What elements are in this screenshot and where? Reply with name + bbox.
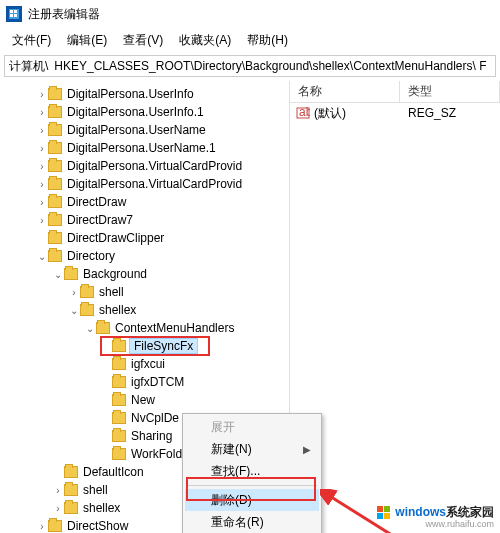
- menu-separator: [187, 485, 317, 486]
- tree-item[interactable]: ›DirectDraw7: [0, 211, 289, 229]
- address-path: HKEY_CLASSES_ROOT\Directory\Background\s…: [52, 59, 495, 73]
- tree-item-label: DigitalPersona.UserInfo.1: [65, 105, 206, 119]
- svg-text:ab: ab: [299, 106, 310, 119]
- tree-item-label: shell: [81, 483, 110, 497]
- context-menu-item: 展开: [185, 416, 319, 438]
- folder-icon: [112, 430, 126, 442]
- tree-item-label: shell: [97, 285, 126, 299]
- tree-item-label: DigitalPersona.VirtualCardProvid: [65, 177, 244, 191]
- folder-icon: [112, 340, 126, 352]
- folder-icon: [112, 448, 126, 460]
- tree-item-label: DefaultIcon: [81, 465, 146, 479]
- folder-icon: [48, 520, 62, 532]
- expand-toggle-icon[interactable]: ›: [36, 197, 48, 208]
- folder-icon: [48, 106, 62, 118]
- menu-edit[interactable]: 编辑(E): [61, 30, 113, 51]
- tree-item[interactable]: ⌄Background: [0, 265, 289, 283]
- tree-item-label: igfxDTCM: [129, 375, 186, 389]
- tree-item[interactable]: ›DigitalPersona.UserName: [0, 121, 289, 139]
- svg-rect-9: [384, 506, 390, 512]
- expand-toggle-icon[interactable]: ›: [52, 503, 64, 514]
- expand-toggle-icon[interactable]: ⌄: [52, 269, 64, 280]
- tree-item[interactable]: ›DigitalPersona.UserInfo.1: [0, 103, 289, 121]
- folder-icon: [96, 322, 110, 334]
- expand-toggle-icon[interactable]: ⌄: [68, 305, 80, 316]
- expand-toggle-icon[interactable]: ⌄: [36, 251, 48, 262]
- col-header-type[interactable]: 类型: [400, 81, 500, 102]
- tree-item[interactable]: ›DirectDraw: [0, 193, 289, 211]
- tree-item-label: FileSyncFx: [129, 338, 198, 354]
- context-menu-item[interactable]: 重命名(R): [185, 511, 319, 533]
- menubar: 文件(F) 编辑(E) 查看(V) 收藏夹(A) 帮助(H): [0, 28, 500, 53]
- folder-icon: [112, 412, 126, 424]
- context-menu-item[interactable]: 新建(N)▶: [185, 438, 319, 460]
- window-title: 注册表编辑器: [28, 6, 100, 23]
- flag-icon: [377, 505, 391, 520]
- tree-item-label: shellex: [97, 303, 138, 317]
- svg-rect-11: [384, 513, 390, 519]
- tree-item[interactable]: ⌄ContextMenuHandlers: [0, 319, 289, 337]
- tree-item[interactable]: ›shell: [0, 283, 289, 301]
- tree-item[interactable]: ›DigitalPersona.UserName.1: [0, 139, 289, 157]
- folder-icon: [64, 268, 78, 280]
- folder-icon: [48, 178, 62, 190]
- titlebar: 注册表编辑器: [0, 0, 500, 28]
- tree-item[interactable]: ⌄Directory: [0, 247, 289, 265]
- folder-icon: [80, 286, 94, 298]
- tree-item-label: New: [129, 393, 157, 407]
- expand-toggle-icon[interactable]: ›: [36, 521, 48, 532]
- tree-item-label: DirectDraw: [65, 195, 128, 209]
- submenu-arrow-icon: ▶: [303, 444, 311, 455]
- tree-item[interactable]: FileSyncFx: [0, 337, 289, 355]
- expand-toggle-icon[interactable]: ›: [36, 89, 48, 100]
- tree-item[interactable]: New: [0, 391, 289, 409]
- folder-icon: [64, 502, 78, 514]
- tree-item-label: Directory: [65, 249, 117, 263]
- folder-icon: [64, 466, 78, 478]
- watermark-brand-a: windows: [395, 505, 446, 519]
- context-menu-item[interactable]: 删除(D): [185, 489, 319, 511]
- folder-icon: [80, 304, 94, 316]
- context-menu-item[interactable]: 查找(F)...: [185, 460, 319, 482]
- value-type: REG_SZ: [408, 106, 456, 120]
- tree-item[interactable]: ⌄shellex: [0, 301, 289, 319]
- menu-view[interactable]: 查看(V): [117, 30, 169, 51]
- menu-help[interactable]: 帮助(H): [241, 30, 294, 51]
- folder-icon: [48, 250, 62, 262]
- tree-item[interactable]: ›DigitalPersona.VirtualCardProvid: [0, 157, 289, 175]
- folder-icon: [48, 124, 62, 136]
- tree-item-label: DigitalPersona.UserName.1: [65, 141, 218, 155]
- tree-item-label: DirectShow: [65, 519, 130, 533]
- folder-icon: [64, 484, 78, 496]
- tree-item[interactable]: igfxcui: [0, 355, 289, 373]
- tree-item-label: shellex: [81, 501, 122, 515]
- svg-rect-2: [14, 10, 17, 13]
- address-bar[interactable]: 计算机\ HKEY_CLASSES_ROOT\Directory\Backgro…: [4, 55, 496, 77]
- expand-toggle-icon[interactable]: ›: [68, 287, 80, 298]
- expand-toggle-icon[interactable]: ›: [36, 143, 48, 154]
- tree-item-label: Background: [81, 267, 149, 281]
- svg-rect-10: [377, 513, 383, 519]
- tree-item[interactable]: ›DigitalPersona.UserInfo: [0, 85, 289, 103]
- folder-icon: [112, 394, 126, 406]
- svg-rect-8: [377, 506, 383, 512]
- tree-item[interactable]: igfxDTCM: [0, 373, 289, 391]
- col-header-name[interactable]: 名称: [290, 81, 400, 102]
- tree-item-label: DigitalPersona.VirtualCardProvid: [65, 159, 244, 173]
- expand-toggle-icon[interactable]: ›: [36, 125, 48, 136]
- menu-file[interactable]: 文件(F): [6, 30, 57, 51]
- expand-toggle-icon[interactable]: ›: [36, 179, 48, 190]
- tree-item-label: NvCplDe: [129, 411, 181, 425]
- expand-toggle-icon[interactable]: ›: [36, 107, 48, 118]
- expand-toggle-icon[interactable]: ›: [36, 161, 48, 172]
- expand-toggle-icon[interactable]: ›: [36, 215, 48, 226]
- tree-item[interactable]: DirectDrawClipper: [0, 229, 289, 247]
- menu-favorites[interactable]: 收藏夹(A): [173, 30, 237, 51]
- tree-item[interactable]: ›DigitalPersona.VirtualCardProvid: [0, 175, 289, 193]
- expand-toggle-icon[interactable]: ›: [52, 485, 64, 496]
- list-row[interactable]: ab(默认)REG_SZ: [290, 103, 500, 123]
- tree-item-label: DigitalPersona.UserInfo: [65, 87, 196, 101]
- value-name: (默认): [314, 105, 408, 122]
- expand-toggle-icon[interactable]: ⌄: [84, 323, 96, 334]
- svg-rect-3: [10, 14, 13, 17]
